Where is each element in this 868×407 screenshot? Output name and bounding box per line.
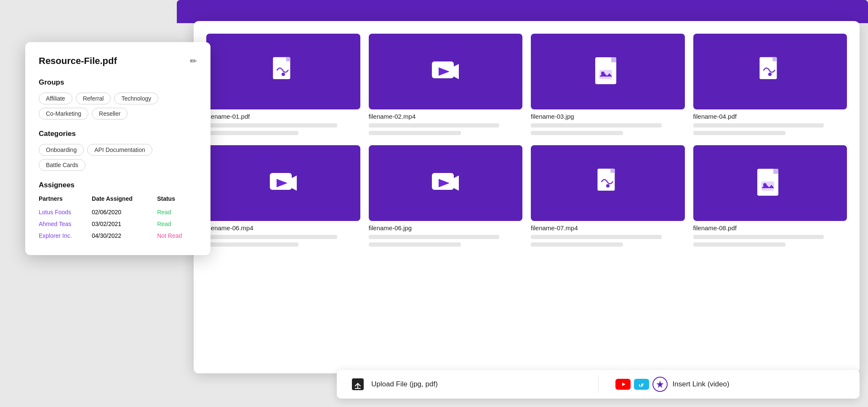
- file-card[interactable]: filename-01.pdf: [206, 34, 360, 135]
- file-meta-line2: [531, 242, 623, 247]
- file-meta-line: [369, 123, 500, 128]
- categories-section-title: Categories: [39, 130, 197, 138]
- insert-label: Insert Link (video): [673, 380, 730, 388]
- partner-link[interactable]: Ahmed Teas: [39, 221, 72, 227]
- insert-link-section[interactable]: Insert Link (video): [615, 377, 847, 392]
- group-tag[interactable]: Reseller: [92, 108, 128, 120]
- panel-title: Resource-File.pdf: [39, 56, 117, 67]
- file-name: filename-02.mp4: [369, 113, 523, 120]
- file-card[interactable]: filename-07.mp4: [531, 145, 685, 247]
- file-meta-line2: [206, 242, 298, 247]
- file-meta-line2: [531, 131, 623, 135]
- file-card[interactable]: filename-04.pdf: [693, 34, 847, 135]
- file-thumbnail: [531, 34, 685, 109]
- category-tag[interactable]: Onboarding: [39, 144, 84, 156]
- file-name: filename-07.mp4: [531, 224, 685, 231]
- video-platform-icons: [615, 377, 668, 392]
- file-meta-line2: [206, 131, 298, 135]
- file-grid: filename-01.pdf filename-02.mp4 filename…: [206, 34, 847, 247]
- file-card[interactable]: filename-08.pdf: [693, 145, 847, 247]
- file-meta-line: [206, 235, 337, 239]
- file-card[interactable]: filename-03.jpg: [531, 34, 685, 135]
- edit-icon[interactable]: ✏: [190, 56, 197, 66]
- file-meta-line: [206, 123, 337, 128]
- file-card[interactable]: filename-06.mp4: [206, 145, 360, 247]
- svg-point-10: [768, 72, 772, 76]
- assignees-table: Partners Date Assigned Status Lotus Food…: [39, 195, 197, 242]
- file-meta-line: [531, 123, 662, 128]
- upload-section[interactable]: Upload File (jpg, pdf): [349, 376, 581, 393]
- date-cell: 02/06/2020: [92, 206, 157, 218]
- file-card[interactable]: filename-02.mp4: [369, 34, 523, 135]
- svg-rect-1: [286, 57, 290, 61]
- svg-rect-9: [773, 57, 777, 61]
- file-thumbnail: [206, 145, 360, 221]
- group-tag[interactable]: Referral: [76, 93, 111, 104]
- partner-link[interactable]: Lotus Foods: [39, 209, 71, 215]
- svg-rect-5: [611, 57, 616, 62]
- file-meta-line: [531, 235, 662, 239]
- youtube-icon: [615, 379, 631, 390]
- assignee-row: Lotus Foods 02/06/2020 Read: [39, 206, 197, 218]
- col-date: Date Assigned: [92, 195, 157, 206]
- group-tag[interactable]: Co-Marketing: [39, 108, 88, 120]
- group-tag[interactable]: Technology: [114, 93, 158, 104]
- panel-header: Resource-File.pdf ✏: [39, 56, 197, 67]
- file-meta-line2: [369, 242, 461, 247]
- vimeo-icon: [634, 379, 649, 390]
- svg-rect-17: [773, 169, 778, 174]
- file-thumbnail: [693, 34, 847, 109]
- date-cell: 04/30/2022: [92, 230, 157, 242]
- file-name: filename-01.pdf: [206, 113, 360, 120]
- assignee-row: Explorer Inc. 04/30/2022 Not Read: [39, 230, 197, 242]
- svg-marker-21: [622, 383, 626, 386]
- file-meta-line2: [693, 242, 785, 247]
- assignees-section: Assignees Partners Date Assigned Status …: [39, 181, 197, 242]
- file-name: filename-06.mp4: [206, 224, 360, 231]
- file-meta-line2: [693, 131, 785, 135]
- svg-point-15: [606, 184, 610, 187]
- main-content-area: filename-01.pdf filename-02.mp4 filename…: [194, 21, 860, 373]
- svg-rect-14: [610, 169, 615, 173]
- category-tag[interactable]: API Documentation: [87, 144, 152, 156]
- status-cell: Read: [157, 206, 197, 218]
- detail-panel: Resource-File.pdf ✏ Groups AffiliateRefe…: [25, 42, 210, 255]
- file-meta-line: [693, 123, 824, 128]
- category-tag[interactable]: Battle Cards: [39, 159, 85, 171]
- upload-label: Upload File (jpg, pdf): [371, 380, 438, 388]
- assignee-row: Ahmed Teas 03/02/2021 Read: [39, 218, 197, 230]
- col-status: Status: [157, 195, 197, 206]
- file-meta-line: [369, 235, 500, 239]
- col-partner: Partners: [39, 195, 92, 206]
- file-thumbnail: [369, 145, 523, 221]
- file-thumbnail: [693, 145, 847, 221]
- upload-icon: [349, 376, 366, 393]
- categories-tags: OnboardingAPI DocumentationBattle Cards: [39, 144, 197, 171]
- status-cell: Not Read: [157, 230, 197, 242]
- file-card[interactable]: filename-06.jpg: [369, 145, 523, 247]
- group-tag[interactable]: Affiliate: [39, 93, 72, 104]
- perplexity-icon: [652, 377, 668, 392]
- file-name: filename-06.jpg: [369, 224, 523, 231]
- file-name: filename-03.jpg: [531, 113, 685, 120]
- assignees-section-title: Assignees: [39, 181, 197, 189]
- toolbar-divider: [598, 376, 599, 393]
- file-name: filename-04.pdf: [693, 113, 847, 120]
- partner-link[interactable]: Explorer Inc.: [39, 232, 72, 239]
- status-cell: Read: [157, 218, 197, 230]
- groups-section-title: Groups: [39, 78, 197, 87]
- file-name: filename-08.pdf: [693, 224, 847, 231]
- file-meta-line2: [369, 131, 461, 135]
- file-thumbnail: [369, 34, 523, 109]
- file-thumbnail: [531, 145, 685, 221]
- file-thumbnail: [206, 34, 360, 109]
- date-cell: 03/02/2021: [92, 218, 157, 230]
- svg-point-2: [282, 72, 285, 76]
- purple-top-bar: [177, 0, 868, 23]
- file-meta-line: [693, 235, 824, 239]
- bottom-toolbar: Upload File (jpg, pdf) Insert Link (vide…: [337, 370, 860, 399]
- groups-tags: AffiliateReferralTechnologyCo-MarketingR…: [39, 93, 197, 120]
